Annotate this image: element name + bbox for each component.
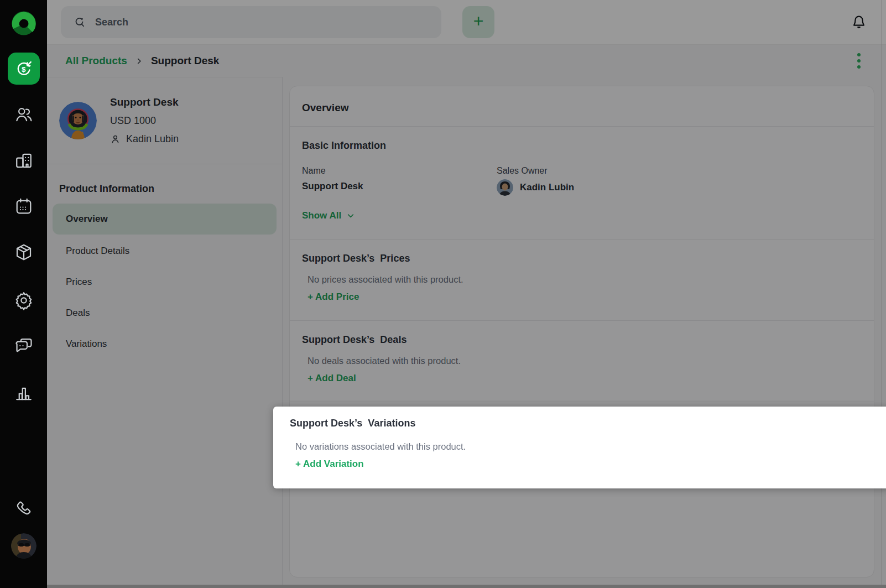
chevron-right-icon [135, 57, 143, 65]
breadcrumb-current: Support Desk [151, 55, 220, 67]
page-actions-menu-button[interactable] [854, 51, 864, 71]
notifications-button[interactable] [849, 13, 868, 32]
field-sales-owner: Sales Owner [497, 166, 574, 196]
plus-icon: + [473, 12, 484, 30]
prices-heading: Support Desk’s Prices [302, 253, 862, 264]
product-title: Support Desk [110, 96, 179, 108]
variations-empty-text: No variations associated with this produ… [295, 441, 874, 452]
bell-icon [852, 15, 866, 29]
variations-heading: Support Desk’s Variations [290, 418, 874, 429]
product-nav: Overview Product Details Prices Deals Va… [47, 204, 282, 360]
nav-item-deals[interactable]: Deals [47, 298, 282, 329]
chevron-down-icon [346, 211, 355, 220]
sidebar: $ [0, 0, 47, 588]
search-input[interactable] [95, 17, 429, 28]
quick-add-button[interactable]: + [462, 6, 494, 38]
app-logo-icon [12, 11, 36, 35]
main-area: Overview Basic Information Name Support … [283, 77, 886, 588]
svg-text:$: $ [22, 65, 26, 74]
sales-owner-avatar [497, 179, 513, 196]
add-price-link[interactable]: + Add Price [308, 292, 359, 303]
search-icon [73, 15, 86, 29]
deals-heading: Support Desk’s Deals [302, 334, 862, 346]
add-deal-link[interactable]: + Add Deal [308, 373, 356, 384]
deals-section: Support Desk’s Deals No deals associated… [290, 321, 874, 402]
product-price: USD 1000 [110, 115, 179, 127]
overview-panel: Overview Basic Information Name Support … [289, 86, 874, 577]
add-variation-link[interactable]: + Add Variation [295, 459, 364, 470]
sidebar-profile-avatar[interactable] [11, 533, 37, 559]
product-summary-text: Support Desk USD 1000 Kadin Lubin [110, 96, 179, 145]
sidebar-item-products-icon[interactable] [14, 242, 34, 262]
left-column: Support Desk USD 1000 Kadin Lubin Produc… [47, 77, 283, 588]
nav-item-product-details[interactable]: Product Details [47, 236, 282, 267]
name-label: Name [302, 166, 497, 176]
nav-item-variations[interactable]: Variations [47, 329, 282, 360]
sidebar-item-chat-icon[interactable] [14, 336, 34, 356]
sales-owner-value-row: Kadin Lubin [497, 179, 574, 196]
kebab-dot [857, 59, 861, 63]
deals-empty-text: No deals associated with this product. [308, 356, 862, 366]
show-all-label: Show All [302, 210, 341, 221]
app-window: $ [0, 0, 886, 588]
left-nav-heading: Product Information [59, 183, 282, 195]
person-icon [110, 134, 121, 144]
product-owner-name: Kadin Lubin [126, 133, 179, 145]
nav-item-prices[interactable]: Prices [47, 267, 282, 298]
product-avatar [59, 102, 97, 139]
sidebar-item-organizations-icon[interactable] [14, 150, 34, 170]
field-name: Name Support Desk [302, 166, 497, 196]
prices-empty-text: No prices associated with this product. [308, 274, 862, 285]
sidebar-item-calendar-icon[interactable] [14, 196, 34, 216]
panel-title: Overview [290, 86, 874, 127]
sidebar-item-settings-icon[interactable] [14, 290, 34, 310]
variations-section-highlighted: Support Desk’s Variations No variations … [273, 407, 886, 488]
topbar: + [47, 0, 886, 45]
breadcrumb-all-products[interactable]: All Products [65, 55, 127, 67]
product-summary-card: Support Desk USD 1000 Kadin Lubin [47, 77, 282, 164]
sidebar-item-analytics-icon[interactable] [14, 383, 34, 403]
show-all-toggle[interactable]: Show All [302, 210, 355, 221]
sidebar-item-revenue-active[interactable]: $ [8, 53, 40, 85]
basic-information-section: Basic Information Name Support Desk Sale… [290, 127, 874, 240]
content: Support Desk USD 1000 Kadin Lubin Produc… [47, 77, 886, 588]
window-bottom-edge [0, 585, 886, 588]
kebab-dot [857, 53, 861, 56]
prices-section: Support Desk’s Prices No prices associat… [290, 240, 874, 321]
window-edge-line [882, 0, 882, 588]
sidebar-item-phone-icon[interactable] [14, 499, 34, 519]
sidebar-item-contacts-icon[interactable] [14, 105, 34, 124]
basic-information-heading: Basic Information [302, 140, 862, 152]
product-owner-row: Kadin Lubin [110, 133, 179, 145]
sales-owner-name: Kadin Lubin [520, 182, 574, 193]
breadcrumb: All Products Support Desk [47, 45, 886, 77]
main-region: + All Products Support Desk [47, 0, 886, 588]
basic-information-fields: Name Support Desk Sales Owner [302, 166, 862, 196]
search-bar[interactable] [61, 6, 441, 38]
name-value: Support Desk [302, 181, 497, 192]
nav-item-overview[interactable]: Overview [53, 204, 277, 235]
sales-owner-label: Sales Owner [497, 166, 574, 176]
kebab-dot [857, 65, 861, 69]
